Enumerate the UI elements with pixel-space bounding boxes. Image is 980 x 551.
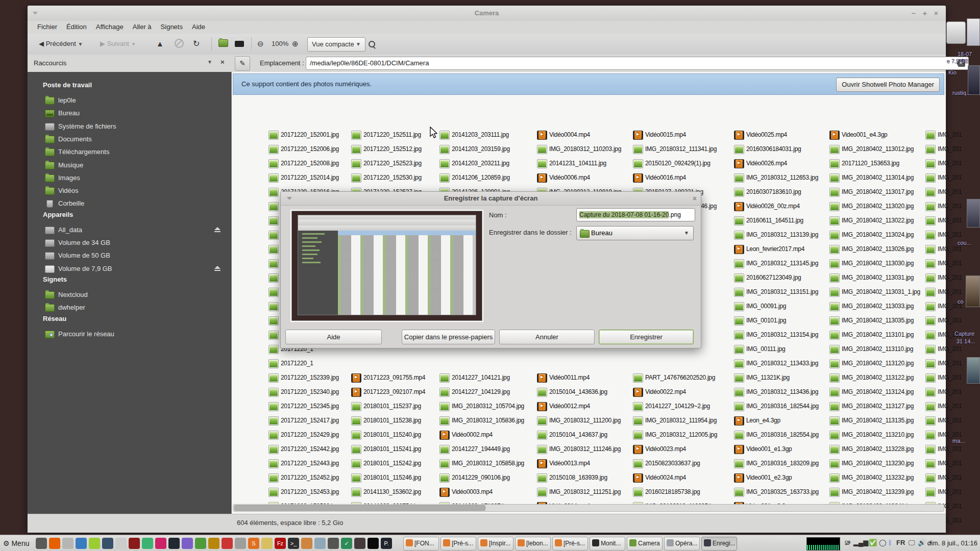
sidebar-item-vid-os[interactable]: Vidéos [45, 185, 229, 197]
file-item[interactable]: IMG_201 [925, 272, 966, 284]
file-item[interactable]: IMG_00101.jpg [734, 315, 824, 327]
file-item[interactable]: IMG_20180402_113135.jpg [829, 415, 920, 427]
file-item[interactable]: 20171220_152442.jpg [268, 444, 346, 455]
file-item[interactable]: IMG_20180402_113122.jpg [829, 372, 920, 384]
file-item[interactable]: Video001_e2.3gp [734, 472, 824, 484]
file-item[interactable]: 20171220_1 [268, 358, 346, 369]
file-item[interactable]: 20150120_092429(1).jpg [633, 158, 729, 169]
file-item[interactable]: IMG_20180402_113031.jpg [829, 272, 920, 284]
music-icon[interactable] [142, 538, 153, 549]
file-item[interactable]: 20171220_152008.jpg [268, 158, 346, 169]
horizontal-scrollbar[interactable] [233, 504, 944, 512]
desktop-icon-label[interactable]: cou... [958, 240, 971, 246]
files-icon[interactable] [36, 538, 47, 549]
package-icon[interactable] [301, 538, 312, 549]
file-item[interactable]: IMG_20180402_113012.jpg [829, 144, 920, 155]
file-item[interactable]: IMG_201 [925, 415, 966, 427]
menu-affichage[interactable]: Affichage [91, 21, 128, 33]
file-item[interactable]: 20171220_152417.jpg [268, 415, 346, 427]
forward-button[interactable]: ▶ Suivant ▼ [100, 37, 136, 51]
file-item[interactable]: 20160306184031.jpg [734, 144, 824, 155]
file-item[interactable]: IMG_20180402_113020.jpg [829, 201, 920, 212]
task-button-opra[interactable]: Opéra... [664, 537, 700, 550]
menu-aide[interactable]: Aide [187, 21, 210, 33]
file-item[interactable]: IMG_201 [925, 372, 966, 384]
file-item[interactable]: IMG_20180402_113033.jpg [829, 301, 920, 312]
file-item[interactable]: IMG_20180312_112653.jpg [734, 172, 824, 184]
volume-icon[interactable]: 🔊 [918, 539, 926, 546]
file-item[interactable]: Vidéo0003.mp4 [439, 487, 532, 498]
sidebar-item-all-data[interactable]: All_data [45, 224, 229, 236]
screwdriver-icon[interactable] [208, 538, 219, 549]
file-item[interactable]: IMG_20180316_182544.jpg [734, 401, 824, 412]
file-item[interactable]: Vidéo0011.mp4 [537, 372, 628, 384]
terminal-icon[interactable]: >_ [288, 538, 299, 549]
globe-icon[interactable] [102, 538, 113, 549]
file-item[interactable]: IMG_20180312_113433.jpg [734, 358, 824, 369]
file-item[interactable]: 20160627123049.jpg [734, 272, 824, 284]
file-item[interactable]: IMG_201 [925, 158, 966, 169]
sidebar-item-syst-me-de-fichiers[interactable]: Système de fichiers [45, 120, 229, 133]
file-item[interactable]: 20171220_152006.jpg [268, 144, 346, 155]
close-button[interactable]: × [930, 8, 942, 18]
file-item[interactable]: IMG_201 [925, 387, 966, 398]
side-pane-close-icon[interactable]: × [220, 58, 225, 66]
krita-icon[interactable] [155, 538, 166, 549]
notes-icon[interactable] [261, 538, 273, 549]
file-item[interactable]: IMG_20180316_182554.jpg [734, 430, 824, 441]
file-item[interactable]: 20160218185738.jpg [633, 487, 729, 498]
zoom-in-icon[interactable]: ⊕ [292, 37, 299, 51]
file-item[interactable]: IMG_201 [925, 444, 966, 455]
desktop-drive-icon[interactable] [946, 21, 966, 44]
task-button-prs[interactable]: [Pré-s... [552, 537, 588, 550]
file-item[interactable]: IMG_201 [925, 172, 966, 184]
desktop-icon-label[interactable]: ma... [952, 438, 965, 444]
file-item[interactable]: 20171220_152452.jpg [268, 472, 346, 484]
file-item[interactable]: 20160611_164511.jpg [734, 215, 824, 227]
back-button[interactable]: ◀ Précédent ▼ [39, 37, 83, 51]
system-monitor-applet[interactable] [806, 537, 840, 550]
shield-check-icon[interactable]: ✅ [869, 539, 877, 546]
edit-location-button[interactable]: ✎ [235, 56, 250, 71]
file-item[interactable]: IMG_20180402_113124.jpg [829, 387, 920, 398]
file-item[interactable]: IMG_20180402_113110.jpg [829, 344, 920, 355]
marker-icon[interactable] [222, 538, 233, 549]
task-button-enregi[interactable]: Enregi... [701, 537, 737, 550]
status-circle-icon[interactable]: ◯ [879, 539, 887, 546]
file-item[interactable]: 20150108_163939.jpg [537, 472, 628, 484]
file-item[interactable]: IMG_20180312_113151.jpg [734, 287, 824, 298]
file-item[interactable]: IMG_201 [925, 258, 966, 269]
pdf-viewer-icon[interactable]: P. [381, 538, 392, 549]
file-item[interactable]: IMG_20180402_113026.jpg [829, 244, 920, 255]
eject-icon[interactable] [214, 266, 220, 269]
sidebar-item-volume-de-50-gb[interactable]: Volume de 50 GB [45, 249, 229, 262]
disc-icon[interactable] [89, 538, 100, 549]
clock[interactable]: dim. 8 juil., 01:16 [927, 539, 977, 547]
task-button-fon[interactable]: [FON... [403, 537, 439, 550]
unity-icon[interactable] [168, 538, 180, 549]
file-item[interactable]: 20171220_152429.jpg [268, 430, 346, 441]
file-item[interactable]: 20180101_115237.jpg [351, 401, 434, 412]
monitor-icon[interactable] [314, 538, 326, 549]
file-item[interactable]: IMG_201 [925, 215, 966, 227]
file-item[interactable]: Vidéo0002.mp4 [439, 430, 532, 441]
file-item[interactable]: IMG_201 [925, 287, 966, 298]
dialog-titlebar[interactable]: Enregistrer la capture d'écran × [281, 192, 701, 206]
desktop-icon-label[interactable]: rustiq... [952, 90, 971, 96]
location-input[interactable]: /media/lep0le/86DE-0801/DCIM/Camera × [306, 57, 969, 70]
file-item[interactable]: 20171220_152523.jpg [351, 158, 434, 169]
file-item[interactable]: 20141203_203159.jpg [439, 144, 532, 155]
eye-icon[interactable] [76, 538, 87, 549]
file-item[interactable]: Leon_e4.3gp [734, 415, 824, 427]
dark-app-icon[interactable] [354, 538, 365, 549]
sidebar-item-images[interactable]: Images [45, 172, 229, 184]
sphere-icon[interactable] [328, 538, 339, 549]
file-item[interactable]: IMG_20180312_105704.jpg [439, 401, 532, 412]
save-button[interactable]: Enregistrer [599, 330, 694, 344]
file-item[interactable]: IMG_201 [925, 130, 966, 141]
file-item[interactable]: IMG_20180402_113120.jpg [829, 358, 920, 369]
file-item[interactable]: 20180101_115238.jpg [351, 415, 434, 427]
file-item[interactable]: 20171220_152345.jpg [268, 401, 346, 412]
desktop-icon-label[interactable]: 31 14... [957, 338, 975, 344]
eject-icon[interactable] [214, 227, 220, 230]
